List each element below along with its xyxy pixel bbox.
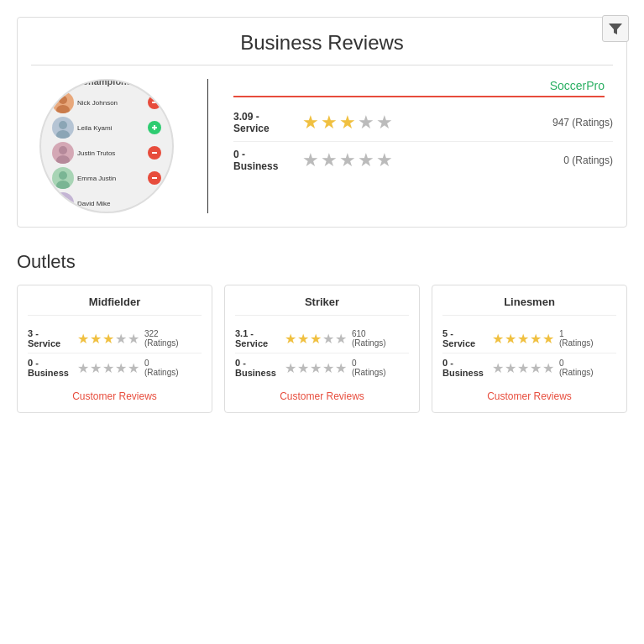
outlet-card-striker: Striker 3.1 -Service ★ ★ ★ ★ ★ 610(Ratin… bbox=[224, 285, 420, 413]
star-gold: ★ bbox=[285, 331, 296, 347]
business-reviews-panel: Business Reviews Champions Nick Johnson bbox=[17, 17, 627, 228]
star-gray: ★ bbox=[310, 360, 322, 376]
star-gold: ★ bbox=[77, 331, 89, 347]
star-gray: ★ bbox=[128, 360, 139, 376]
customer-reviews-link[interactable]: Customer Reviews bbox=[235, 390, 409, 402]
star-gray: ★ bbox=[285, 360, 296, 376]
player-status-icon bbox=[148, 171, 161, 185]
outlet-stars: ★ ★ ★ ★ ★ bbox=[77, 331, 139, 347]
star-gray: ★ bbox=[339, 151, 356, 170]
outlet-count: 0(Ratings) bbox=[559, 359, 594, 377]
outlet-card-title: Striker bbox=[235, 296, 409, 316]
outlet-rating-row: 0 -Business ★ ★ ★ ★ ★ 0(Ratings) bbox=[28, 353, 202, 382]
ratings-section: SoccerPro 3.09 -Service ★ ★ ★ ★ ★ 947 (R… bbox=[233, 79, 613, 179]
outlet-rating-label: 0 -Business bbox=[235, 358, 281, 378]
star-gold: ★ bbox=[90, 331, 102, 347]
outlet-rating-label: 0 -Business bbox=[28, 358, 74, 378]
player-row: Emma Justin bbox=[52, 167, 161, 189]
player-name: Nick Johnson bbox=[77, 99, 148, 107]
svg-point-1 bbox=[59, 96, 67, 104]
outlet-stars: ★ ★ ★ ★ ★ bbox=[492, 360, 554, 376]
outlet-rating-label: 5 -Service bbox=[442, 328, 489, 348]
star-gray: ★ bbox=[102, 360, 114, 376]
avatar bbox=[52, 167, 74, 189]
star-gray: ★ bbox=[90, 360, 102, 376]
player-row: Leila Kyami bbox=[52, 117, 161, 139]
team-name: Champions bbox=[81, 79, 132, 86]
team-circle: Champions Nick Johnson bbox=[39, 79, 174, 213]
star-gold: ★ bbox=[297, 331, 309, 347]
svg-point-14 bbox=[59, 196, 67, 205]
filter-button[interactable] bbox=[602, 15, 629, 42]
outlets-section: Outlets Midfielder 3 -Service ★ ★ ★ ★ ★ … bbox=[17, 251, 627, 413]
rating-count-service: 947 (Ratings) bbox=[537, 117, 613, 128]
star-gray: ★ bbox=[322, 331, 334, 347]
avatar bbox=[52, 192, 74, 213]
player-row: Nick Johnson bbox=[52, 92, 161, 113]
star-gold: ★ bbox=[339, 113, 356, 132]
star-gold: ★ bbox=[310, 331, 322, 347]
outlet-stars: ★ ★ ★ ★ ★ bbox=[492, 331, 554, 347]
svg-point-15 bbox=[56, 206, 70, 213]
star-gray: ★ bbox=[376, 113, 393, 132]
outlet-rating-row: 0 -Business ★ ★ ★ ★ ★ 0(Ratings) bbox=[442, 353, 616, 382]
star-gray: ★ bbox=[302, 151, 319, 170]
svg-point-8 bbox=[59, 146, 67, 154]
rating-row-business: 0 -Business ★ ★ ★ ★ ★ 0 (Ratings) bbox=[233, 142, 613, 179]
star-gray: ★ bbox=[376, 151, 393, 170]
customer-reviews-link[interactable]: Customer Reviews bbox=[442, 390, 616, 402]
outlet-count: 0(Ratings) bbox=[144, 359, 179, 377]
team-circle-container: Champions Nick Johnson bbox=[31, 79, 182, 213]
outlet-rating-label: 3.1 -Service bbox=[235, 328, 281, 348]
main-content: Business Reviews Champions Nick Johnson bbox=[0, 0, 644, 430]
stars-service: ★ ★ ★ ★ ★ bbox=[302, 113, 527, 132]
filter-icon bbox=[609, 22, 622, 35]
star-gray: ★ bbox=[505, 360, 516, 376]
player-name: Leila Kyami bbox=[77, 124, 148, 132]
star-gold: ★ bbox=[505, 331, 516, 347]
rating-row-service: 3.09 -Service ★ ★ ★ ★ ★ 947 (Ratings) bbox=[233, 104, 613, 142]
customer-reviews-link[interactable]: Customer Reviews bbox=[28, 390, 202, 402]
outlet-card-title: Midfielder bbox=[28, 296, 202, 316]
svg-point-5 bbox=[56, 130, 70, 139]
outlets-grid: Midfielder 3 -Service ★ ★ ★ ★ ★ 322(Rati… bbox=[17, 285, 627, 413]
player-row: Justin Trutos bbox=[52, 142, 161, 164]
star-gray: ★ bbox=[530, 360, 542, 376]
avatar bbox=[52, 142, 74, 164]
outlet-count: 0(Ratings) bbox=[352, 359, 386, 377]
star-gray: ★ bbox=[115, 331, 127, 347]
outlet-rating-row: 3 -Service ★ ★ ★ ★ ★ 322(Ratings) bbox=[28, 324, 202, 353]
outlet-rating-row: 3.1 -Service ★ ★ ★ ★ ★ 610(Ratings) bbox=[235, 324, 409, 353]
rating-count-business: 0 (Ratings) bbox=[537, 154, 613, 166]
star-gray: ★ bbox=[517, 360, 529, 376]
svg-point-2 bbox=[56, 105, 70, 113]
avatar bbox=[52, 117, 74, 139]
star-gold: ★ bbox=[102, 331, 114, 347]
main-outlet-name: SoccerPro bbox=[233, 79, 613, 97]
star-gray: ★ bbox=[335, 331, 347, 347]
star-gray: ★ bbox=[542, 360, 554, 376]
outlet-rating-label: 3 -Service bbox=[28, 328, 74, 348]
star-gold: ★ bbox=[492, 331, 504, 347]
svg-point-12 bbox=[56, 181, 70, 189]
avatar bbox=[52, 92, 74, 113]
svg-marker-0 bbox=[609, 24, 622, 34]
svg-point-4 bbox=[59, 121, 67, 129]
outlet-count: 610(Ratings) bbox=[352, 329, 386, 348]
star-gold: ★ bbox=[302, 113, 319, 132]
player-name: David Mike bbox=[77, 200, 161, 207]
outlet-rating-label: 0 -Business bbox=[442, 358, 489, 378]
panel-body: Champions Nick Johnson bbox=[31, 79, 613, 213]
star-gray: ★ bbox=[492, 360, 504, 376]
player-status-icon bbox=[148, 146, 161, 160]
outlet-stars: ★ ★ ★ ★ ★ bbox=[285, 360, 347, 376]
star-gold: ★ bbox=[321, 113, 338, 132]
outlet-card-title: Linesmen bbox=[442, 296, 616, 316]
star-gray: ★ bbox=[358, 113, 374, 132]
star-gold: ★ bbox=[517, 331, 529, 347]
outlet-card-linesmen: Linesmen 5 -Service ★ ★ ★ ★ ★ 1(Ratings)… bbox=[432, 285, 627, 413]
outlet-stars: ★ ★ ★ ★ ★ bbox=[77, 360, 139, 376]
svg-point-9 bbox=[56, 155, 70, 164]
outlets-title: Outlets bbox=[17, 251, 627, 273]
star-gray: ★ bbox=[335, 360, 347, 376]
